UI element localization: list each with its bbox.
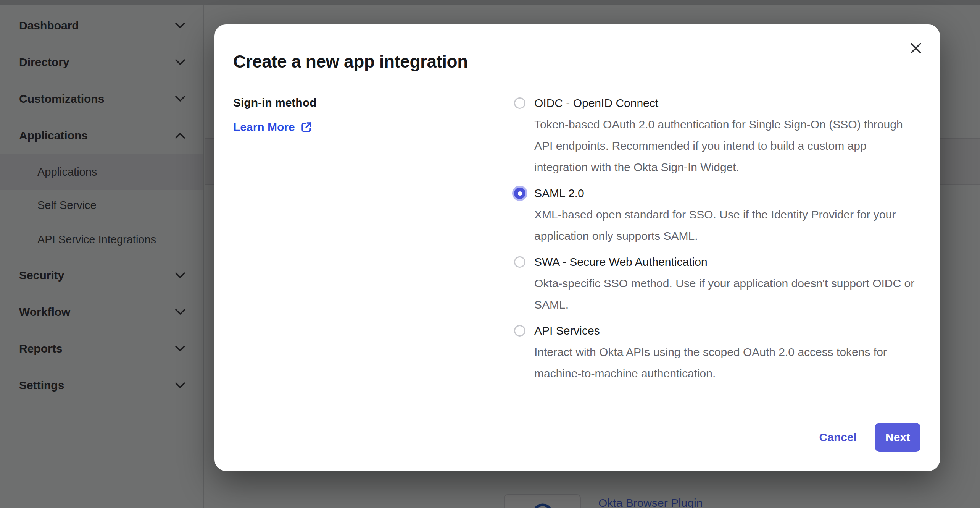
option-body: API Services Interact with Okta APIs usi… [534, 320, 922, 384]
option-swa: SWA - Secure Web Authentication Okta-spe… [514, 251, 922, 315]
option-label[interactable]: API Services [534, 320, 922, 341]
option-body: OIDC - OpenID Connect Token-based OAuth … [534, 92, 922, 178]
radio-swa[interactable] [514, 256, 525, 268]
next-button[interactable]: Next [875, 423, 920, 452]
option-api-services: API Services Interact with Okta APIs usi… [514, 320, 922, 384]
option-description: Token-based OAuth 2.0 authentication for… [534, 114, 922, 178]
sign-in-method-label: Sign-in method [233, 96, 316, 109]
option-description: Interact with Okta APIs using the scoped… [534, 341, 922, 384]
radio-api-services[interactable] [514, 325, 525, 337]
option-description: XML-based open standard for SSO. Use if … [534, 204, 922, 247]
close-icon [909, 42, 922, 55]
option-label[interactable]: SWA - Secure Web Authentication [534, 251, 922, 273]
close-button[interactable] [907, 39, 925, 57]
option-oidc: OIDC - OpenID Connect Token-based OAuth … [514, 92, 922, 178]
create-app-integration-dialog: Create a new app integration Sign-in met… [214, 24, 940, 471]
radio-oidc[interactable] [514, 97, 525, 109]
option-body: SAML 2.0 XML-based open standard for SSO… [534, 183, 922, 247]
radio-saml[interactable] [514, 188, 525, 199]
learn-more-label: Learn More [233, 121, 295, 134]
dialog-title: Create a new app integration [233, 51, 468, 72]
option-description: Okta-specific SSO method. Use if your ap… [534, 273, 922, 315]
cancel-button[interactable]: Cancel [819, 431, 857, 444]
external-link-icon [300, 121, 313, 133]
option-label[interactable]: OIDC - OpenID Connect [534, 92, 922, 114]
dialog-footer: Cancel Next [819, 423, 920, 452]
option-saml: SAML 2.0 XML-based open standard for SSO… [514, 183, 922, 247]
learn-more-link[interactable]: Learn More [233, 121, 313, 134]
sign-in-method-radio-group: OIDC - OpenID Connect Token-based OAuth … [514, 92, 922, 389]
option-label[interactable]: SAML 2.0 [534, 183, 922, 204]
option-body: SWA - Secure Web Authentication Okta-spe… [534, 251, 922, 315]
